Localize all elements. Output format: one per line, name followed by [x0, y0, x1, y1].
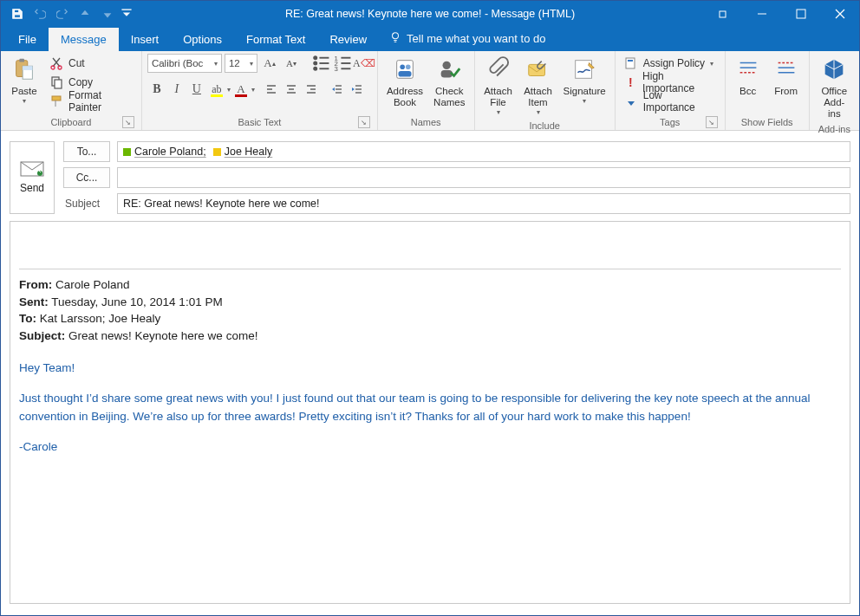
format-painter-button[interactable]: Format Painter	[46, 92, 136, 111]
group-include: Attach File▾ Attach Item▾ Signature▾ Inc…	[475, 51, 616, 130]
previous-item-icon[interactable]	[74, 3, 96, 25]
svg-rect-10	[19, 59, 24, 62]
tab-file[interactable]: File	[6, 28, 49, 51]
undo-icon[interactable]	[29, 3, 51, 25]
address-book-label: Address Book	[387, 86, 423, 108]
svg-rect-2	[121, 9, 131, 10]
cut-button[interactable]: Cut	[46, 54, 136, 73]
group-show-fields: Bcc From Show Fields	[726, 51, 810, 130]
numbering-icon[interactable]: 123	[333, 54, 352, 73]
group-label-include: Include	[480, 119, 609, 133]
attach-item-label: Attach Item	[524, 86, 552, 108]
tab-insert[interactable]: Insert	[119, 28, 172, 51]
window-controls	[703, 1, 859, 27]
maximize-icon[interactable]	[781, 1, 820, 27]
highlight-icon[interactable]: ab	[207, 80, 226, 99]
recipient[interactable]: Carole Poland;	[123, 146, 206, 158]
svg-rect-3	[720, 11, 726, 17]
cc-field[interactable]	[117, 167, 850, 188]
align-left-icon[interactable]	[262, 80, 281, 99]
bcc-button[interactable]: Bcc	[731, 54, 766, 99]
svg-rect-48	[398, 71, 411, 77]
restore-down-icon[interactable]	[703, 1, 742, 27]
message-header: Send To... Carole Poland; Joe Healy Cc..…	[1, 131, 859, 221]
tab-options[interactable]: Options	[171, 28, 234, 51]
title-bar: RE: Great news! Keynote here we come! - …	[1, 1, 859, 27]
paste-label: Paste	[11, 86, 36, 97]
chevron-down-icon: ▾	[214, 60, 218, 68]
lightbulb-icon	[389, 31, 401, 46]
assign-policy-icon	[624, 56, 638, 70]
font-size-selector[interactable]: 12▾	[225, 54, 257, 73]
attach-item-icon	[524, 55, 552, 83]
chevron-down-icon[interactable]: ▾	[227, 86, 231, 94]
dialog-launcher-icon[interactable]: ↘	[122, 116, 134, 128]
svg-rect-53	[626, 58, 635, 68]
tell-me-search[interactable]: Tell me what you want to do	[379, 26, 556, 51]
grow-font-icon[interactable]: A▴	[260, 54, 279, 73]
tell-me-label: Tell me what you want to do	[407, 32, 545, 45]
qat-customize-icon[interactable]	[119, 3, 134, 25]
low-importance-button[interactable]: Low Importance	[621, 92, 720, 111]
svg-point-47	[406, 64, 411, 69]
message-body-editor[interactable]: From: Carole Poland Sent: Tuesday, June …	[10, 221, 850, 604]
tab-message[interactable]: Message	[49, 28, 119, 51]
save-icon[interactable]	[6, 3, 29, 25]
font-color-icon[interactable]: A	[231, 80, 251, 99]
recipient-name: Joe Healy	[225, 146, 273, 158]
office-addins-label: Office Add-ins	[818, 86, 850, 120]
assign-policy-label: Assign Policy	[643, 57, 705, 69]
recipient[interactable]: Joe Healy	[213, 146, 273, 158]
send-label: Send	[20, 182, 44, 194]
dialog-launcher-icon[interactable]: ↘	[358, 116, 370, 128]
check-names-button[interactable]: Check Names	[430, 54, 468, 110]
send-button[interactable]: Send	[10, 141, 55, 214]
check-names-icon	[435, 55, 463, 83]
svg-rect-1	[15, 15, 21, 18]
signature-label: Signature	[564, 86, 606, 97]
bullets-icon[interactable]	[311, 54, 330, 73]
from-button[interactable]: From	[769, 54, 804, 99]
underline-icon[interactable]: U	[187, 80, 206, 99]
decrease-indent-icon[interactable]	[328, 80, 347, 99]
to-button[interactable]: To...	[63, 141, 110, 162]
group-addins: Office Add-ins Add-ins	[810, 51, 859, 130]
next-item-icon[interactable]	[96, 3, 119, 25]
paste-button[interactable]: Paste ▾	[6, 54, 42, 107]
italic-icon[interactable]: I	[167, 80, 186, 99]
paste-icon	[10, 55, 38, 83]
svg-rect-12	[23, 66, 32, 70]
tab-format-text[interactable]: Format Text	[234, 28, 317, 51]
check-names-label: Check Names	[433, 86, 465, 108]
increase-indent-icon[interactable]	[348, 80, 367, 99]
signature-button[interactable]: Signature▾	[560, 54, 609, 107]
address-book-button[interactable]: Address Book	[383, 54, 427, 110]
cut-icon	[49, 56, 63, 70]
minimize-icon[interactable]	[742, 1, 781, 27]
align-right-icon[interactable]	[302, 80, 321, 99]
chevron-down-icon[interactable]: ▾	[251, 86, 255, 94]
subject-label: Subject	[63, 198, 110, 210]
to-field[interactable]: Carole Poland; Joe Healy	[117, 141, 850, 162]
clear-formatting-icon[interactable]: A⌫	[355, 54, 374, 73]
format-painter-label: Format Painter	[68, 89, 133, 113]
body-paragraph: Just thought I’d share some great news w…	[19, 390, 841, 426]
subject-field[interactable]: RE: Great news! Keynote here we come!	[117, 193, 850, 214]
svg-point-49	[443, 62, 451, 69]
attach-file-button[interactable]: Attach File▾	[480, 54, 517, 119]
shrink-font-icon[interactable]: A▾	[282, 54, 301, 73]
bold-icon[interactable]: B	[147, 80, 166, 99]
svg-point-14	[58, 66, 62, 69]
dialog-launcher-icon[interactable]: ↘	[706, 116, 718, 128]
cc-button[interactable]: Cc...	[63, 167, 110, 188]
font-name-selector[interactable]: Calibri (Boc▾	[147, 54, 222, 73]
align-center-icon[interactable]	[282, 80, 301, 99]
ribbon-tabs: File Message Insert Options Format Text …	[1, 27, 859, 51]
group-label-addins: Add-ins	[815, 122, 854, 137]
attach-item-button[interactable]: Attach Item▾	[520, 54, 557, 119]
office-addins-button[interactable]: Office Add-ins	[815, 54, 854, 122]
tab-review[interactable]: Review	[317, 28, 379, 51]
presence-away-icon	[213, 148, 221, 156]
redo-icon[interactable]	[51, 3, 74, 25]
close-icon[interactable]	[820, 1, 859, 27]
